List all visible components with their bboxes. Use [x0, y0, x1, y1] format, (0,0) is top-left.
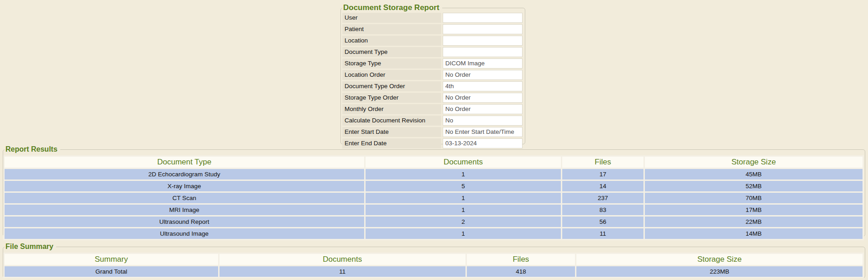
user-field[interactable]: [443, 13, 523, 23]
document-type-cell: 2D Echocardiogram Study: [5, 169, 364, 180]
document-type-cell: X-ray Image: [5, 181, 364, 191]
table-row: Ultrasound Report 2 56 22MB: [5, 217, 863, 227]
document-type-cell: MRI Image: [5, 205, 364, 215]
form-row-user: User: [342, 13, 523, 23]
monthly-order-field[interactable]: No Order: [443, 104, 523, 114]
enter-start-date-label: Enter Start Date: [342, 127, 441, 137]
document-storage-report-page: Document Storage Report User Patient Loc…: [0, 0, 868, 280]
file-summary-panel: File Summary Summary Documents Files Sto…: [3, 247, 865, 278]
table-row: MRI Image 1 83 17MB: [5, 205, 863, 215]
documents-cell: 11: [220, 266, 465, 277]
files-cell: 56: [562, 217, 643, 227]
table-row: Ultrasound Image 1 11 14MB: [5, 228, 863, 239]
report-results-panel: Report Results Document Type Documents F…: [3, 149, 865, 237]
document-type-cell: CT Scan: [5, 193, 364, 203]
column-header-documents: Documents: [220, 254, 465, 265]
summary-cell: Grand Total: [5, 266, 218, 277]
form-row-location: Location: [342, 36, 523, 46]
documents-cell: 1: [366, 193, 561, 203]
form-row-patient: Patient: [342, 24, 523, 34]
storage-size-cell: 70MB: [645, 193, 863, 203]
calculate-document-revision-label: Calculate Document Revision: [342, 116, 441, 126]
storage-size-cell: 52MB: [645, 181, 863, 191]
enter-start-date-field[interactable]: No Enter Start Date/Time: [443, 127, 523, 137]
form-row-document-type: Document Type: [342, 47, 523, 57]
form-row-storage-type-order: Storage Type Order No Order: [342, 93, 523, 103]
location-label: Location: [342, 36, 441, 46]
column-header-files: Files: [467, 254, 575, 265]
storage-type-label: Storage Type: [342, 58, 441, 69]
column-header-document-type: Document Type: [5, 157, 364, 168]
form-row-monthly-order: Monthly Order No Order: [342, 104, 523, 114]
table-row: CT Scan 1 237 70MB: [5, 193, 863, 203]
files-cell: 14: [562, 181, 643, 191]
column-header-storage-size: Storage Size: [576, 254, 863, 265]
document-type-cell: Ultrasound Image: [5, 228, 364, 239]
documents-cell: 1: [366, 169, 561, 180]
storage-size-cell: 45MB: [645, 169, 863, 180]
location-field[interactable]: [443, 36, 523, 46]
report-results-header-row: Document Type Documents Files Storage Si…: [5, 157, 863, 168]
storage-type-order-label: Storage Type Order: [342, 93, 441, 103]
storage-type-field[interactable]: DICOM Image: [443, 58, 523, 69]
grand-total-row: Grand Total 11 418 223MB: [5, 266, 863, 277]
files-cell: 418: [467, 266, 575, 277]
storage-size-cell: 223MB: [576, 266, 863, 277]
file-summary-header-row: Summary Documents Files Storage Size: [5, 254, 863, 265]
report-criteria-table: User Patient Location Document Type Stor…: [341, 11, 524, 150]
file-summary-table: Summary Documents Files Storage Size Gra…: [3, 253, 864, 278]
enter-end-date-label: Enter End Date: [342, 138, 441, 148]
files-cell: 11: [562, 228, 643, 239]
document-type-label: Document Type: [342, 47, 441, 57]
enter-end-date-field[interactable]: 03-13-2024: [443, 138, 523, 148]
files-cell: 17: [562, 169, 643, 180]
form-row-storage-type: Storage Type DICOM Image: [342, 58, 523, 69]
document-type-order-field[interactable]: 4th: [443, 81, 523, 91]
documents-cell: 1: [366, 228, 561, 239]
report-criteria-title: Document Storage Report: [342, 3, 442, 12]
column-header-documents: Documents: [366, 157, 561, 168]
location-order-field[interactable]: No Order: [443, 70, 523, 80]
report-results-title: Report Results: [5, 145, 60, 154]
files-cell: 83: [562, 205, 643, 215]
form-row-enter-end-date: Enter End Date 03-13-2024: [342, 138, 523, 148]
table-row: 2D Echocardiogram Study 1 17 45MB: [5, 169, 863, 180]
patient-label: Patient: [342, 24, 441, 34]
storage-size-cell: 22MB: [645, 217, 863, 227]
storage-type-order-field[interactable]: No Order: [443, 93, 523, 103]
document-type-cell: Ultrasound Report: [5, 217, 364, 227]
document-type-field[interactable]: [443, 47, 523, 57]
documents-cell: 1: [366, 205, 561, 215]
monthly-order-label: Monthly Order: [342, 104, 441, 114]
column-header-summary: Summary: [5, 254, 218, 265]
storage-size-cell: 14MB: [645, 228, 863, 239]
form-row-document-type-order: Document Type Order 4th: [342, 81, 523, 91]
file-summary-title: File Summary: [5, 242, 56, 251]
form-row-location-order: Location Order No Order: [342, 70, 523, 80]
documents-cell: 5: [366, 181, 561, 191]
calculate-document-revision-field[interactable]: No: [443, 116, 523, 126]
patient-field[interactable]: [443, 24, 523, 34]
user-label: User: [342, 13, 441, 23]
form-row-calculate-document-revision: Calculate Document Revision No: [342, 116, 523, 126]
column-header-storage-size: Storage Size: [645, 157, 863, 168]
report-criteria-panel: Document Storage Report User Patient Loc…: [340, 8, 525, 144]
form-row-enter-start-date: Enter Start Date No Enter Start Date/Tim…: [342, 127, 523, 137]
document-type-order-label: Document Type Order: [342, 81, 441, 91]
location-order-label: Location Order: [342, 70, 441, 80]
column-header-files: Files: [562, 157, 643, 168]
report-results-table: Document Type Documents Files Storage Si…: [3, 155, 864, 240]
storage-size-cell: 17MB: [645, 205, 863, 215]
table-row: X-ray Image 5 14 52MB: [5, 181, 863, 191]
files-cell: 237: [562, 193, 643, 203]
documents-cell: 2: [366, 217, 561, 227]
